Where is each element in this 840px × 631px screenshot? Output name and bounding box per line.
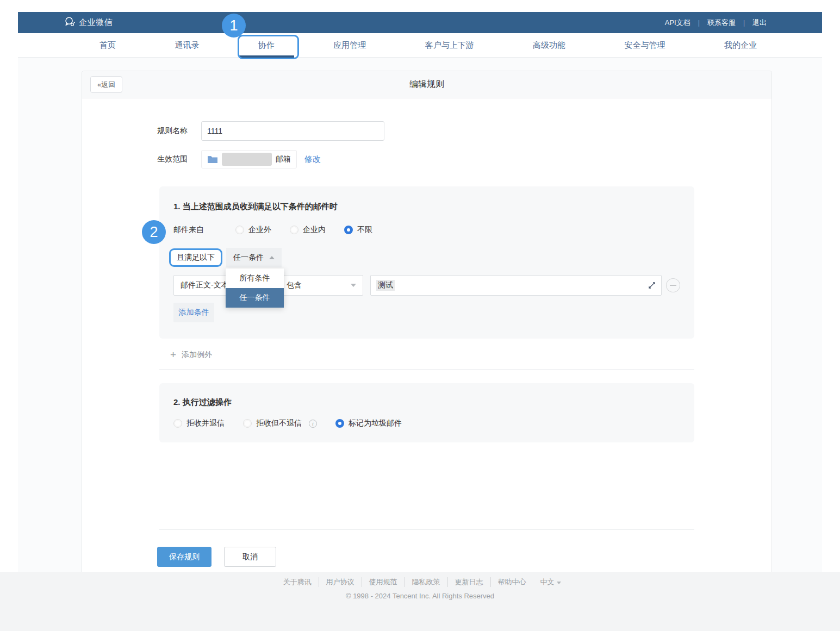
step2-badge: 2	[142, 220, 166, 244]
filter-action-row: 拒收并退信 拒收但不退信 i 标记为垃圾邮件	[173, 418, 680, 428]
footer-language-label: 中文	[540, 578, 555, 586]
rule-name-row: 规则名称	[157, 121, 771, 141]
folder-icon	[207, 155, 218, 164]
step1-badge: 1	[222, 14, 246, 38]
chevron-down-icon	[351, 284, 356, 287]
condition-value-input[interactable]: 测试	[370, 275, 662, 296]
add-condition-button[interactable]: 添加条件	[173, 303, 214, 322]
nav-item-my-company[interactable]: 我的企业	[724, 33, 757, 58]
action-option-reject-silent-label: 拒收但不退信	[256, 418, 302, 428]
footer-link-privacy-policy[interactable]: 隐私政策	[405, 577, 448, 587]
scope-suffix: 邮箱	[276, 154, 291, 164]
plus-icon: +	[170, 349, 176, 360]
chevron-down-icon	[557, 582, 561, 584]
mail-from-option-external[interactable]: 企业外	[235, 225, 271, 235]
match-mode-row: 且满足以下 任一条件 所有条件 任一条件	[169, 248, 680, 267]
condition-operator-value: 包含	[287, 280, 302, 290]
mail-from-option-external-label: 企业外	[248, 225, 271, 235]
nav-item-app-management[interactable]: 应用管理	[333, 33, 366, 58]
footer-copyright: © 1998 - 2024 Tencent Inc. All Rights Re…	[0, 592, 840, 600]
footer-link-usage-rules[interactable]: 使用规范	[362, 577, 405, 587]
scope-label: 生效范围	[157, 154, 201, 164]
cancel-button[interactable]: 取消	[224, 547, 276, 567]
radio-selected-icon[interactable]	[344, 226, 353, 234]
condition-field-value: 邮件正文-文本	[181, 280, 229, 290]
scope-row: 生效范围 邮箱 修改	[157, 150, 771, 168]
mail-from-option-unlimited-label: 不限	[357, 225, 372, 235]
action-buttons-row: 保存规则 取消	[157, 547, 771, 567]
action-option-mark-spam-label: 标记为垃圾邮件	[349, 418, 402, 428]
info-icon[interactable]: i	[309, 420, 317, 428]
action-option-reject-bounce[interactable]: 拒收并退信	[173, 418, 225, 428]
action-option-mark-spam[interactable]: 标记为垃圾邮件	[335, 418, 402, 428]
nav-item-home[interactable]: 首页	[99, 33, 116, 58]
radio-unselected-icon[interactable]	[290, 226, 298, 234]
add-exception-link[interactable]: + 添加例外	[170, 349, 771, 360]
bottom-divider	[159, 529, 694, 530]
radio-selected-icon[interactable]	[335, 419, 344, 428]
scope-name-redacted	[222, 153, 272, 166]
topbar: 企业微信 API文档 | 联系客服 | 退出	[18, 12, 822, 33]
rule-name-label: 规则名称	[157, 126, 201, 136]
nav-item-collaboration[interactable]: 协作	[258, 33, 275, 58]
match-mode-dropdown-trigger[interactable]: 任一条件	[226, 248, 282, 267]
match-mode-select-wrap: 任一条件 所有条件 任一条件	[222, 248, 282, 267]
match-mode-selected-value: 任一条件	[233, 253, 264, 263]
radio-unselected-icon[interactable]	[235, 226, 244, 234]
rule-name-input[interactable]	[201, 121, 384, 141]
match-prefix-label: 且满足以下	[169, 248, 222, 267]
card-body: 规则名称 生效范围 邮箱	[82, 98, 771, 584]
topbar-link-logout[interactable]: 退出	[745, 18, 774, 28]
mail-from-row: 邮件来自 企业外 企业内 不限	[173, 225, 680, 235]
footer-language-selector[interactable]: 中文	[533, 577, 564, 587]
section-divider	[159, 369, 694, 370]
match-mode-dropdown-menu: 所有条件 任一条件	[226, 268, 284, 308]
radio-unselected-icon[interactable]	[173, 419, 182, 428]
edit-rule-card: «返回 编辑规则 规则名称 生效范围	[82, 71, 772, 584]
add-exception-label: 添加例外	[182, 350, 212, 360]
action-option-reject-bounce-label: 拒收并退信	[186, 418, 225, 428]
mail-from-option-unlimited[interactable]: 不限	[344, 225, 372, 235]
card-header: «返回 编辑规则	[82, 71, 771, 98]
wework-logo-icon	[64, 16, 76, 29]
footer-links: 关于腾讯 用户协议 使用规范 隐私政策 更新日志 帮助中心 中文	[276, 577, 564, 587]
page-footer: 关于腾讯 用户协议 使用规范 隐私政策 更新日志 帮助中心 中文 © 1998 …	[0, 572, 840, 631]
action-section-panel: 2. 执行过滤操作 拒收并退信 拒收但不退信 i	[159, 383, 694, 442]
footer-link-changelog[interactable]: 更新日志	[448, 577, 491, 587]
wework-logo[interactable]: 企业微信	[64, 16, 113, 29]
footer-link-user-agreement[interactable]: 用户协议	[319, 577, 362, 587]
condition-section-heading: 1. 当上述范围成员收到满足以下条件的邮件时	[173, 202, 680, 212]
condition-section-panel: 1. 当上述范围成员收到满足以下条件的邮件时 邮件来自 企业外 企业内	[159, 186, 694, 339]
main-nav: 首页 通讯录 协作 应用管理 客户与上下游 高级功能 安全与管理 我的企业	[18, 33, 822, 58]
scope-edit-link[interactable]: 修改	[304, 154, 321, 165]
expand-icon[interactable]	[648, 282, 656, 289]
chevron-up-icon	[269, 256, 275, 259]
scope-value-box: 邮箱	[201, 150, 297, 168]
condition-value-text: 测试	[376, 280, 395, 291]
mail-from-option-internal-label: 企业内	[303, 225, 326, 235]
topbar-link-api-docs[interactable]: API文档	[657, 18, 698, 28]
footer-link-help-center[interactable]: 帮助中心	[491, 577, 533, 587]
content-area: «返回 编辑规则 规则名称 生效范围	[18, 58, 822, 599]
condition-operator-select[interactable]: 包含	[279, 275, 363, 296]
back-button[interactable]: «返回	[90, 76, 122, 93]
topbar-links: API文档 | 联系客服 | 退出	[657, 18, 774, 28]
radio-unselected-icon[interactable]	[243, 419, 252, 428]
footer-link-about[interactable]: 关于腾讯	[276, 577, 319, 587]
nav-item-security-management[interactable]: 安全与管理	[625, 33, 665, 58]
dropdown-option-all-conditions[interactable]: 所有条件	[226, 268, 284, 288]
nav-item-contacts[interactable]: 通讯录	[175, 33, 199, 58]
dropdown-option-any-condition[interactable]: 任一条件	[226, 288, 284, 308]
mail-from-option-internal[interactable]: 企业内	[290, 225, 326, 235]
site-container: 企业微信 API文档 | 联系客服 | 退出 首页 通讯录 协作 应用管理 客户…	[18, 0, 822, 599]
action-option-reject-silent[interactable]: 拒收但不退信 i	[243, 418, 317, 428]
nav-item-customers[interactable]: 客户与上下游	[425, 33, 474, 58]
mail-from-label: 邮件来自	[173, 225, 208, 235]
topbar-link-contact-support[interactable]: 联系客服	[700, 18, 743, 28]
remove-condition-icon[interactable]	[666, 278, 680, 292]
nav-item-advanced-features[interactable]: 高级功能	[533, 33, 565, 58]
page-title: 编辑规则	[409, 79, 444, 90]
action-section-heading: 2. 执行过滤操作	[173, 397, 680, 408]
wework-logo-text: 企业微信	[79, 17, 113, 28]
save-rule-button[interactable]: 保存规则	[157, 547, 211, 567]
